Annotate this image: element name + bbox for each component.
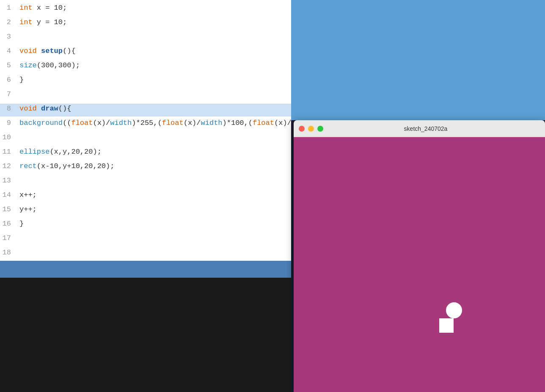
line-number: 13 [0,173,17,187]
code-token: } [19,76,24,84]
sketch-titlebar: sketch_240702a [294,120,545,137]
code-token: )*100,( [223,119,253,127]
code-content: y++; [17,202,291,216]
code-content: void draw(){ [17,101,291,115]
sketch-ellipse [446,302,462,318]
code-token: float [162,119,184,127]
code-line: 8void draw(){ [0,101,291,115]
code-token: (300,300); [37,61,80,69]
code-content: } [17,72,291,86]
code-token [37,47,41,55]
close-button[interactable] [299,126,305,132]
line-number: 1 [0,0,17,14]
line-number: 7 [0,86,17,101]
code-content: } [17,216,291,230]
code-line: 7 [0,86,291,101]
code-line: 10 [0,130,291,144]
code-content: ellipse(x,y,20,20); [17,144,291,158]
code-line: 18 [0,245,291,259]
line-number: 16 [0,216,17,230]
code-content [17,259,291,261]
code-token: int [19,18,33,26]
line-number: 15 [0,202,17,216]
code-line: 15 y++; [0,202,291,216]
line-number: 2 [0,14,17,29]
line-number: 17 [0,230,17,245]
code-line: 17 [0,230,291,245]
code-token: (){ [63,47,76,55]
code-line: 12 rect(x-10,y+10,20,20); [0,158,291,173]
code-line: 5 size(300,300); [0,58,291,72]
line-number: 19 [0,259,17,261]
code-token: setup [41,47,63,55]
maximize-button[interactable] [317,126,323,132]
code-token: y = 10; [33,18,67,26]
minimize-button[interactable] [308,126,314,132]
editor-bottom-bar [0,261,291,278]
line-number: 18 [0,245,17,259]
line-number: 9 [0,115,17,130]
code-token: int [19,4,33,12]
line-number: 10 [0,130,17,144]
code-token: (x-10,y+10,20,20); [37,162,115,170]
code-line: 16} [0,216,291,230]
code-token: (x)/ [184,119,201,127]
line-number: 6 [0,72,17,86]
line-number: 5 [0,58,17,72]
code-token: x++; [19,191,37,199]
code-line: 11 ellipse(x,y,20,20); [0,144,291,158]
code-token: size [19,61,37,69]
code-token: (){ [58,105,72,113]
sketch-canvas [294,137,545,392]
code-content [17,230,291,245]
code-token: width [110,119,132,127]
code-editor[interactable]: 1int x = 10;2int y = 10;34void setup(){5… [0,0,291,261]
code-line: 4void setup(){ [0,43,291,58]
code-token: } [19,220,24,228]
code-line: 3 [0,29,291,43]
code-content: int x = 10; [17,0,291,14]
code-token: float [253,119,274,127]
code-line: 1int x = 10; [0,0,291,14]
code-content: size(300,300); [17,58,291,72]
line-number: 8 [0,101,17,115]
code-token: rect [19,162,37,170]
code-token: float [71,119,93,127]
console-area [0,278,291,392]
code-token: void [19,105,37,113]
code-token: (( [63,119,71,127]
code-line: 14 x++; [0,187,291,202]
code-content: rect(x-10,y+10,20,20); [17,158,291,173]
code-token: background [19,119,63,127]
code-content: x++; [17,187,291,202]
code-content [17,29,291,43]
code-line: 6} [0,72,291,86]
sketch-title: sketch_240702a [327,125,525,132]
line-number: 14 [0,187,17,202]
line-number: 4 [0,43,17,58]
code-line: 19 [0,259,291,261]
code-line: 2int y = 10; [0,14,291,29]
code-token: (x,y,20,20); [50,148,101,156]
line-number: 11 [0,144,17,158]
code-content [17,173,291,187]
code-content: background((float(x)/width)*255,(float(x… [17,115,291,130]
sketch-window: sketch_240702a [294,120,545,392]
code-content [17,245,291,259]
line-number: 12 [0,158,17,173]
code-content [17,130,291,144]
code-table: 1int x = 10;2int y = 10;34void setup(){5… [0,0,291,261]
code-token: void [19,47,37,55]
code-token: draw [41,105,58,113]
code-token: (x)/ [93,119,110,127]
right-background [291,0,545,120]
sketch-rect [439,318,454,333]
line-number: 3 [0,29,17,43]
code-token: width [201,119,223,127]
code-token: ellipse [19,148,50,156]
code-token: x = 10; [33,4,67,12]
code-token: (x)/ [274,119,291,127]
code-token: y++; [19,205,37,213]
code-line: 13 [0,173,291,187]
code-line: 9 background((float(x)/width)*255,(float… [0,115,291,130]
